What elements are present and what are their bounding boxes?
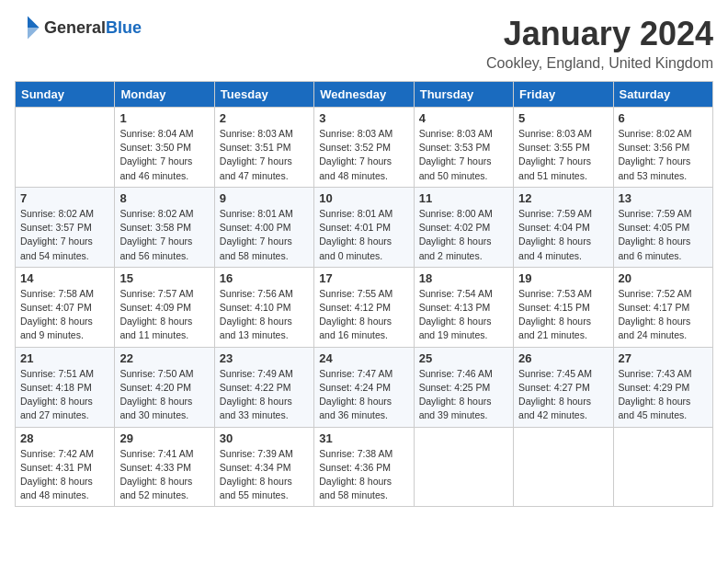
day-detail: Sunrise: 7:38 AMSunset: 4:36 PMDaylight:… xyxy=(319,447,408,503)
day-number: 26 xyxy=(518,351,608,365)
day-number: 12 xyxy=(518,191,608,205)
day-detail: Sunrise: 7:57 AMSunset: 4:09 PMDaylight:… xyxy=(119,287,209,343)
calendar-cell xyxy=(514,427,613,507)
day-number: 24 xyxy=(319,351,408,365)
calendar-cell: 6Sunrise: 8:02 AMSunset: 3:56 PMDaylight… xyxy=(613,108,712,188)
day-detail: Sunrise: 7:49 AMSunset: 4:22 PMDaylight:… xyxy=(220,367,309,423)
day-header-saturday: Saturday xyxy=(613,82,712,108)
calendar-cell: 22Sunrise: 7:50 AMSunset: 4:20 PMDayligh… xyxy=(115,347,214,427)
day-detail: Sunrise: 7:50 AMSunset: 4:20 PMDaylight:… xyxy=(119,367,209,423)
day-number: 28 xyxy=(20,431,109,445)
calendar-cell: 4Sunrise: 8:03 AMSunset: 3:53 PMDaylight… xyxy=(414,108,513,188)
calendar-cell: 21Sunrise: 7:51 AMSunset: 4:18 PMDayligh… xyxy=(16,347,115,427)
day-detail: Sunrise: 7:55 AMSunset: 4:12 PMDaylight:… xyxy=(319,287,408,343)
calendar-cell: 16Sunrise: 7:56 AMSunset: 4:10 PMDayligh… xyxy=(214,267,313,347)
calendar-table: SundayMondayTuesdayWednesdayThursdayFrid… xyxy=(15,81,713,507)
calendar-cell xyxy=(16,108,115,188)
day-number: 15 xyxy=(119,271,209,285)
calendar-cell xyxy=(414,427,513,507)
calendar-header-row: SundayMondayTuesdayWednesdayThursdayFrid… xyxy=(16,82,713,108)
day-detail: Sunrise: 7:46 AMSunset: 4:25 PMDaylight:… xyxy=(419,367,508,423)
day-number: 7 xyxy=(20,191,109,205)
day-number: 8 xyxy=(119,191,209,205)
day-detail: Sunrise: 7:39 AMSunset: 4:34 PMDaylight:… xyxy=(220,447,309,503)
calendar-cell: 9Sunrise: 8:01 AMSunset: 4:00 PMDaylight… xyxy=(214,187,313,267)
calendar-cell: 8Sunrise: 8:02 AMSunset: 3:58 PMDaylight… xyxy=(115,187,214,267)
day-number: 14 xyxy=(20,271,109,285)
calendar-cell: 30Sunrise: 7:39 AMSunset: 4:34 PMDayligh… xyxy=(214,427,313,507)
calendar-cell: 3Sunrise: 8:03 AMSunset: 3:52 PMDaylight… xyxy=(314,108,414,188)
calendar-cell: 15Sunrise: 7:57 AMSunset: 4:09 PMDayligh… xyxy=(115,267,214,347)
logo-general-text: General xyxy=(44,18,106,38)
day-detail: Sunrise: 7:41 AMSunset: 4:33 PMDaylight:… xyxy=(119,447,209,503)
day-detail: Sunrise: 7:56 AMSunset: 4:10 PMDaylight:… xyxy=(220,287,309,343)
day-detail: Sunrise: 7:45 AMSunset: 4:27 PMDaylight:… xyxy=(518,367,608,423)
calendar-cell: 18Sunrise: 7:54 AMSunset: 4:13 PMDayligh… xyxy=(414,267,513,347)
day-number: 3 xyxy=(319,111,408,125)
day-detail: Sunrise: 8:03 AMSunset: 3:53 PMDaylight:… xyxy=(419,127,508,183)
logo-blue-text: Blue xyxy=(106,18,142,38)
day-detail: Sunrise: 8:03 AMSunset: 3:51 PMDaylight:… xyxy=(220,127,309,183)
day-header-monday: Monday xyxy=(115,82,214,108)
day-number: 20 xyxy=(619,271,708,285)
location-title: Cookley, England, United Kingdom xyxy=(486,55,713,72)
day-number: 30 xyxy=(220,431,309,445)
day-number: 31 xyxy=(319,431,408,445)
day-detail: Sunrise: 8:01 AMSunset: 4:00 PMDaylight:… xyxy=(220,207,309,263)
calendar-cell: 13Sunrise: 7:59 AMSunset: 4:05 PMDayligh… xyxy=(613,187,712,267)
calendar-cell: 26Sunrise: 7:45 AMSunset: 4:27 PMDayligh… xyxy=(514,347,613,427)
day-header-tuesday: Tuesday xyxy=(214,82,313,108)
calendar-cell: 29Sunrise: 7:41 AMSunset: 4:33 PMDayligh… xyxy=(115,427,214,507)
day-number: 13 xyxy=(619,191,708,205)
day-detail: Sunrise: 7:59 AMSunset: 4:05 PMDaylight:… xyxy=(619,207,708,263)
calendar-cell: 25Sunrise: 7:46 AMSunset: 4:25 PMDayligh… xyxy=(414,347,513,427)
day-header-wednesday: Wednesday xyxy=(314,82,414,108)
day-detail: Sunrise: 8:02 AMSunset: 3:58 PMDaylight:… xyxy=(119,207,209,263)
calendar-cell: 23Sunrise: 7:49 AMSunset: 4:22 PMDayligh… xyxy=(214,347,313,427)
day-detail: Sunrise: 7:52 AMSunset: 4:17 PMDaylight:… xyxy=(619,287,708,343)
calendar-cell: 20Sunrise: 7:52 AMSunset: 4:17 PMDayligh… xyxy=(613,267,712,347)
day-detail: Sunrise: 8:01 AMSunset: 4:01 PMDaylight:… xyxy=(319,207,408,263)
calendar-cell: 17Sunrise: 7:55 AMSunset: 4:12 PMDayligh… xyxy=(314,267,414,347)
svg-marker-0 xyxy=(28,16,40,28)
calendar-week-row: 28Sunrise: 7:42 AMSunset: 4:31 PMDayligh… xyxy=(16,427,713,507)
day-detail: Sunrise: 7:43 AMSunset: 4:29 PMDaylight:… xyxy=(619,367,708,423)
day-number: 9 xyxy=(220,191,309,205)
day-number: 23 xyxy=(220,351,309,365)
calendar-week-row: 1Sunrise: 8:04 AMSunset: 3:50 PMDaylight… xyxy=(16,108,713,188)
logo: General Blue xyxy=(15,15,142,40)
day-number: 1 xyxy=(119,111,209,125)
calendar-cell xyxy=(613,427,712,507)
day-detail: Sunrise: 8:00 AMSunset: 4:02 PMDaylight:… xyxy=(419,207,508,263)
calendar-cell: 5Sunrise: 8:03 AMSunset: 3:55 PMDaylight… xyxy=(514,108,613,188)
title-area: January 2024 Cookley, England, United Ki… xyxy=(486,15,713,72)
logo-icon xyxy=(15,15,40,40)
day-detail: Sunrise: 8:04 AMSunset: 3:50 PMDaylight:… xyxy=(119,127,209,183)
day-number: 22 xyxy=(119,351,209,365)
calendar-cell: 19Sunrise: 7:53 AMSunset: 4:15 PMDayligh… xyxy=(514,267,613,347)
day-number: 5 xyxy=(518,111,608,125)
calendar-cell: 7Sunrise: 8:02 AMSunset: 3:57 PMDaylight… xyxy=(16,187,115,267)
day-number: 16 xyxy=(220,271,309,285)
calendar-cell: 28Sunrise: 7:42 AMSunset: 4:31 PMDayligh… xyxy=(16,427,115,507)
day-number: 29 xyxy=(119,431,209,445)
day-number: 6 xyxy=(619,111,708,125)
calendar-cell: 27Sunrise: 7:43 AMSunset: 4:29 PMDayligh… xyxy=(613,347,712,427)
day-detail: Sunrise: 7:59 AMSunset: 4:04 PMDaylight:… xyxy=(518,207,608,263)
day-number: 10 xyxy=(319,191,408,205)
day-number: 27 xyxy=(619,351,708,365)
day-detail: Sunrise: 8:02 AMSunset: 3:56 PMDaylight:… xyxy=(619,127,708,183)
day-number: 18 xyxy=(419,271,508,285)
day-number: 11 xyxy=(419,191,508,205)
calendar-cell: 10Sunrise: 8:01 AMSunset: 4:01 PMDayligh… xyxy=(314,187,414,267)
day-header-thursday: Thursday xyxy=(414,82,513,108)
day-header-sunday: Sunday xyxy=(16,82,115,108)
day-detail: Sunrise: 7:58 AMSunset: 4:07 PMDaylight:… xyxy=(20,287,109,343)
day-number: 25 xyxy=(419,351,508,365)
calendar-week-row: 21Sunrise: 7:51 AMSunset: 4:18 PMDayligh… xyxy=(16,347,713,427)
day-number: 17 xyxy=(319,271,408,285)
day-detail: Sunrise: 7:54 AMSunset: 4:13 PMDaylight:… xyxy=(419,287,508,343)
month-title: January 2024 xyxy=(486,15,713,53)
day-header-friday: Friday xyxy=(514,82,613,108)
day-detail: Sunrise: 7:42 AMSunset: 4:31 PMDaylight:… xyxy=(20,447,109,503)
